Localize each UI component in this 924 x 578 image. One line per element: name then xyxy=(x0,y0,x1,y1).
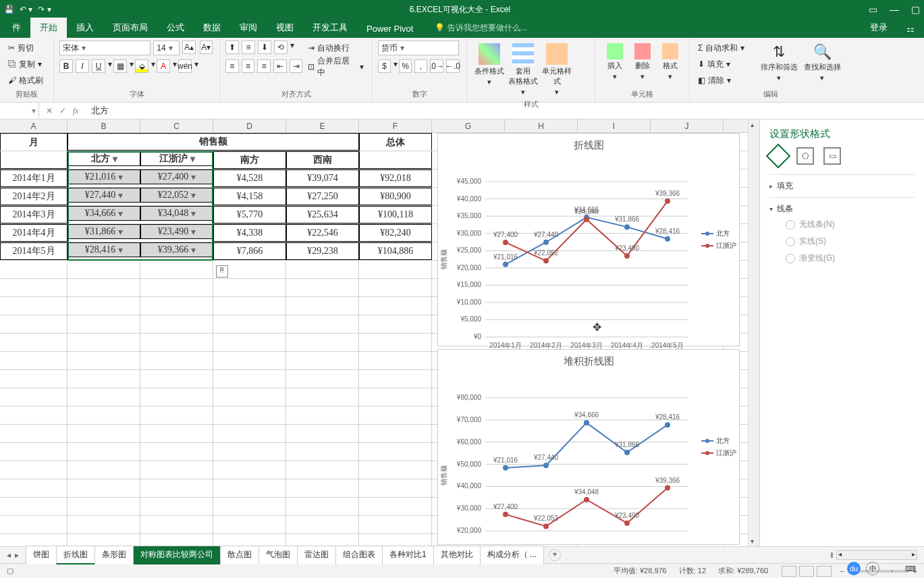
qat-save-icon[interactable]: 💾 xyxy=(4,5,14,14)
fill-button[interactable]: ⬇填充 ▾ xyxy=(695,57,757,72)
vertical-scrollbar[interactable] xyxy=(748,120,759,546)
col-header[interactable]: A xyxy=(0,120,67,132)
align-middle-icon[interactable]: ≡ xyxy=(242,41,255,54)
inc-decimal-icon[interactable]: .0→ xyxy=(430,59,443,73)
tab-powerpivot[interactable]: Power Pivot xyxy=(357,20,423,38)
cut-button[interactable]: ✂剪切 xyxy=(5,41,48,55)
phonetic-button[interactable]: wén xyxy=(178,59,192,73)
worksheet-grid[interactable]: A B C D E F G H I J 月 销售额 总体 北方 江浙沪 南方 西… xyxy=(0,120,748,546)
indent-dec-icon[interactable]: ⇤ xyxy=(273,59,287,73)
enter-formula-icon[interactable]: ✓ xyxy=(59,106,66,116)
record-macro-icon[interactable]: ▢ xyxy=(7,567,13,575)
page-break-view-icon[interactable] xyxy=(817,566,832,577)
bold-button[interactable]: B xyxy=(59,59,73,73)
panel-option[interactable]: 实线(S) xyxy=(769,232,915,248)
indent-inc-icon[interactable]: ⇥ xyxy=(290,59,303,73)
panel-option[interactable]: 无线条(N) xyxy=(769,215,915,232)
font-color-button[interactable]: A xyxy=(157,59,170,73)
size-tab-icon[interactable]: ▭ xyxy=(823,147,841,165)
tab-formulas[interactable]: 公式 xyxy=(157,18,194,38)
fill-line-tab-icon[interactable] xyxy=(766,144,791,169)
sheet-nav-prev-icon[interactable]: ◂ xyxy=(7,550,11,560)
baidu-ime-icon[interactable]: du xyxy=(847,562,861,575)
maximize-icon[interactable]: ▢ xyxy=(911,4,920,15)
font-name-select[interactable]: 宋体 xyxy=(59,41,151,55)
zoom-out-icon[interactable]: − xyxy=(840,567,844,575)
underline-button[interactable]: U xyxy=(92,59,105,73)
conditional-format-button[interactable]: 条件格式▾ xyxy=(472,41,506,99)
number-format-select[interactable]: 货币 xyxy=(378,41,459,55)
col-header[interactable]: G xyxy=(432,120,505,132)
hscroll-left-icon[interactable]: ⦀ xyxy=(830,550,834,560)
tab-review[interactable]: 审阅 xyxy=(230,18,267,38)
delete-cells-button[interactable]: 删除▾ xyxy=(628,41,656,84)
format-cells-button[interactable]: 格式▾ xyxy=(656,41,684,84)
clear-button[interactable]: ◧清除 ▾ xyxy=(695,73,757,88)
panel-section-header[interactable]: 填充 xyxy=(769,180,915,192)
stacked-line-chart[interactable]: 堆积折线图¥10,000¥20,000¥30,000¥40,000¥50,000… xyxy=(437,349,740,545)
border-button[interactable]: ▦ xyxy=(113,59,127,73)
qat-redo-icon[interactable]: ↷ ▾ xyxy=(38,5,51,14)
ime-keyboard-icon[interactable]: ⌨ xyxy=(904,562,917,575)
orientation-icon[interactable]: ⟲ xyxy=(274,41,288,54)
tab-layout[interactable]: 页面布局 xyxy=(103,18,157,38)
effects-tab-icon[interactable]: ⬠ xyxy=(796,147,814,165)
sheet-tab[interactable]: 散点图 xyxy=(220,546,259,564)
line-chart[interactable]: 折线图¥0¥5,000¥10,000¥15,000¥20,000¥25,000¥… xyxy=(437,133,740,346)
align-center-icon[interactable]: ≡ xyxy=(242,59,255,73)
font-size-select[interactable]: 14 xyxy=(153,41,180,55)
tab-file[interactable]: 件 xyxy=(3,18,30,38)
percent-icon[interactable]: % xyxy=(399,59,412,73)
table-format-button[interactable]: 套用 表格格式▾ xyxy=(506,41,540,99)
wrap-text-button[interactable]: ⇥自动换行 xyxy=(305,41,352,55)
tab-view[interactable]: 视图 xyxy=(267,18,303,38)
horizontal-scrollbar[interactable] xyxy=(836,550,917,560)
tab-insert[interactable]: 插入 xyxy=(67,18,103,38)
sheet-tab[interactable]: 条形图 xyxy=(94,546,134,564)
merge-button[interactable]: ⊡合并后居中 ▾ xyxy=(305,59,366,74)
autosum-button[interactable]: Σ自动求和 ▾ xyxy=(695,41,757,55)
sheet-tab[interactable]: 折线图 xyxy=(56,546,95,564)
col-header[interactable]: J xyxy=(651,120,724,132)
col-header[interactable]: E xyxy=(286,120,359,132)
align-left-icon[interactable]: ≡ xyxy=(225,59,239,73)
normal-view-icon[interactable] xyxy=(782,566,796,577)
minimize-icon[interactable]: — xyxy=(890,4,899,15)
qat-undo-icon[interactable]: ↶ ▾ xyxy=(20,5,32,14)
page-layout-view-icon[interactable] xyxy=(799,566,814,577)
sheet-tab[interactable]: 气泡图 xyxy=(259,546,298,564)
sheet-tab[interactable]: 构成分析（ ... xyxy=(480,546,544,564)
cell-styles-button[interactable]: 单元格样式▾ xyxy=(540,41,574,99)
dec-decimal-icon[interactable]: ←.0 xyxy=(446,59,460,73)
fx-icon[interactable]: fx xyxy=(73,106,79,116)
tell-me[interactable]: 💡 告诉我您想要做什么... xyxy=(431,18,531,38)
currency-icon[interactable]: $ xyxy=(378,59,391,73)
col-header[interactable]: D xyxy=(213,120,286,132)
col-header[interactable]: H xyxy=(505,120,578,132)
ime-punct-icon[interactable]: ， xyxy=(885,562,898,575)
new-sheet-button[interactable]: + xyxy=(549,549,561,561)
tab-data[interactable]: 数据 xyxy=(194,18,230,38)
align-bottom-icon[interactable]: ⬇ xyxy=(258,41,271,54)
formula-input[interactable]: 北方 xyxy=(86,105,924,117)
panel-option[interactable]: 渐变线(G) xyxy=(769,248,915,265)
col-header[interactable]: F xyxy=(359,120,432,132)
find-select-button[interactable]: 🔍查找和选择▾ xyxy=(800,41,844,88)
sheet-tab[interactable]: 饼图 xyxy=(26,546,57,564)
share-icon[interactable]: ⚏ xyxy=(897,20,924,38)
sheet-tab[interactable]: 组合图表 xyxy=(335,546,383,564)
sheet-tab[interactable]: 其他对比 xyxy=(433,546,481,564)
copy-button[interactable]: ⿻复制 ▾ xyxy=(5,57,48,72)
tab-home[interactable]: 开始 xyxy=(30,18,67,38)
col-header[interactable]: I xyxy=(578,120,651,132)
sheet-tab[interactable]: 雷达图 xyxy=(297,546,336,564)
insert-cells-button[interactable]: 插入▾ xyxy=(601,41,628,84)
ime-lang-icon[interactable]: 中 xyxy=(866,562,879,575)
sort-filter-button[interactable]: ⇅排序和筛选▾ xyxy=(757,41,800,88)
col-header[interactable]: B xyxy=(67,120,140,132)
comma-icon[interactable]: , xyxy=(414,59,427,73)
col-header[interactable]: C xyxy=(140,120,213,132)
italic-button[interactable]: I xyxy=(76,59,89,73)
name-box[interactable] xyxy=(0,103,39,119)
tab-developer[interactable]: 开发工具 xyxy=(303,18,357,38)
